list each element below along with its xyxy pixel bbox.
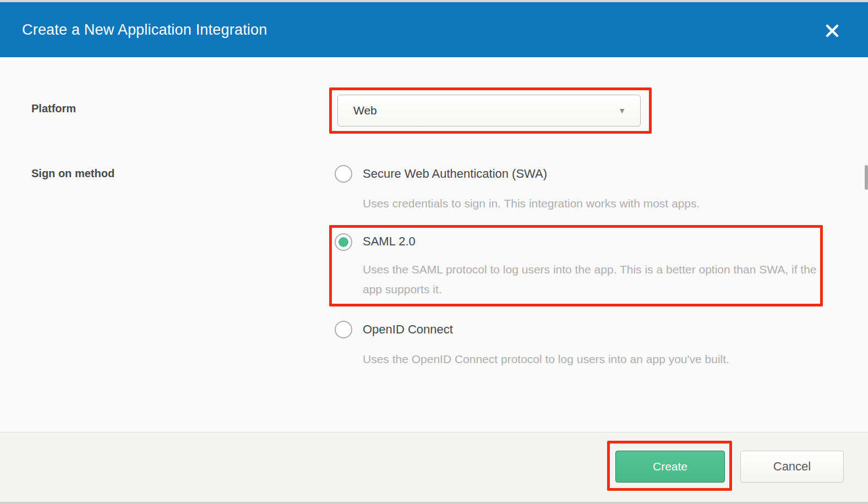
dialog-footer: Create Cancel [0,432,868,502]
close-button[interactable] [824,23,840,39]
chevron-down-icon: ▼ [618,106,626,115]
dialog-header: Create a New Application Integration [0,2,868,57]
dialog-title: Create a New Application Integration [22,2,267,57]
cancel-button[interactable]: Cancel [740,451,844,483]
sign-on-method-label: Sign on method [31,167,114,180]
create-button[interactable]: Create [615,451,725,483]
swa-option-label[interactable]: Secure Web Authentication (SWA) [363,167,547,181]
saml-option-description: Uses the SAML protocol to log users into… [363,260,817,299]
window-bottom-edge [0,502,868,504]
radio-saml[interactable] [335,233,352,251]
dialog-body: Platform Web ▼ Sign on method Secure Web… [0,57,868,432]
scrollbar-thumb[interactable] [865,165,868,190]
openid-option-description: Uses the OpenID Connect protocol to log … [363,349,729,369]
platform-dropdown-value: Web [338,104,377,117]
swa-option-description: Uses credentials to sign in. This integr… [363,194,700,213]
close-icon [825,23,840,39]
radio-openid-connect[interactable] [335,321,352,338]
platform-dropdown[interactable]: Web ▼ [337,95,641,127]
saml-option-label[interactable]: SAML 2.0 [363,234,416,249]
create-app-integration-dialog: Create a New Application Integration Pla… [0,0,868,504]
radio-selected-dot [339,237,348,247]
platform-label: Platform [31,102,76,115]
openid-option-label[interactable]: OpenID Connect [363,322,453,337]
radio-swa[interactable] [335,165,352,183]
